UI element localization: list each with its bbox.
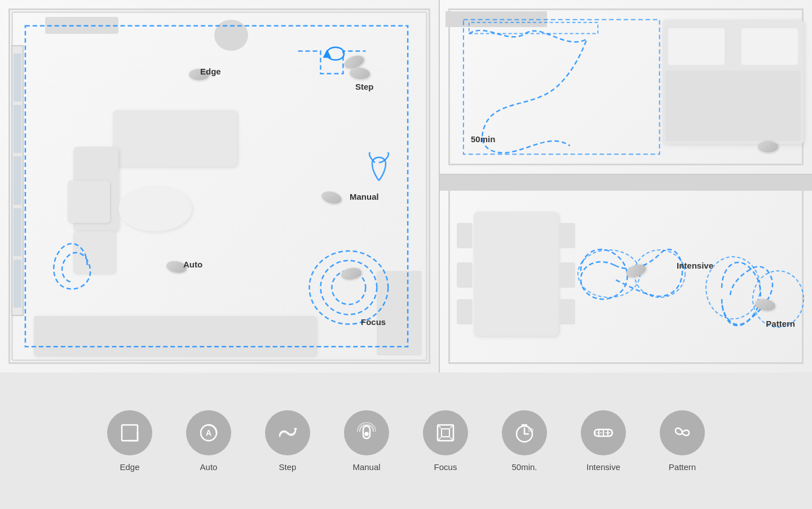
robot-step-2 xyxy=(349,67,370,80)
auto-icon[interactable]: A xyxy=(186,410,231,455)
rooms-area: Edge Auto Step Manual Focus xyxy=(0,0,812,372)
armchair-1 xyxy=(68,181,110,223)
svg-point-7 xyxy=(706,257,760,319)
room-right-bottom: Intensive Pattern xyxy=(440,175,812,372)
auto-label: Auto xyxy=(200,462,218,472)
step-label: Step xyxy=(279,462,297,472)
label-step: Step xyxy=(355,82,374,91)
robot-focus xyxy=(341,266,363,281)
room-right-top: 50min xyxy=(440,0,812,175)
label-50min: 50min xyxy=(471,134,495,144)
svg-point-13 xyxy=(365,432,368,435)
step-icon[interactable] xyxy=(265,410,310,455)
pattern-label: Pattern xyxy=(669,462,696,472)
room-left: Edge Auto Step Manual Focus xyxy=(0,0,440,372)
label-manual: Manual xyxy=(350,192,379,201)
icon-item-intensive[interactable]: Intensive xyxy=(581,410,626,472)
icon-item-step[interactable]: Step xyxy=(265,410,310,472)
svg-text:A: A xyxy=(206,428,211,437)
icon-item-focus[interactable]: Focus xyxy=(423,410,468,472)
ac-unit xyxy=(45,17,118,34)
timer-label: 50min. xyxy=(511,462,537,472)
icon-item-50min[interactable]: 50 50min. xyxy=(502,410,547,472)
focus-label: Focus xyxy=(434,462,457,472)
label-pattern: Pattern xyxy=(766,319,795,328)
intensive-icon[interactable] xyxy=(581,410,626,455)
focus-icon[interactable] xyxy=(423,410,468,455)
robot-manual xyxy=(320,190,343,206)
paths-bedroom xyxy=(440,0,812,174)
icon-item-manual[interactable]: Manual xyxy=(344,410,389,472)
icon-item-pattern[interactable]: Pattern xyxy=(660,410,705,472)
edge-icon[interactable] xyxy=(107,410,152,455)
edge-label: Edge xyxy=(120,462,139,472)
plant xyxy=(214,20,248,51)
window-left xyxy=(11,45,24,316)
manual-label: Manual xyxy=(352,462,380,472)
icons-bar: Edge A Auto Step xyxy=(0,372,812,509)
counter-bottom xyxy=(34,316,316,356)
sofa-main xyxy=(113,110,237,166)
counter-right xyxy=(377,271,422,356)
label-focus: Focus xyxy=(361,317,386,327)
robot-50min xyxy=(758,141,778,152)
step-arrow xyxy=(321,40,350,68)
svg-rect-15 xyxy=(442,429,449,437)
manual-icon[interactable] xyxy=(344,410,389,455)
wifi-icon xyxy=(364,152,395,186)
label-intensive: Intensive xyxy=(677,261,713,270)
icon-item-auto[interactable]: A Auto xyxy=(186,410,231,472)
timer-icon[interactable]: 50 xyxy=(502,410,547,455)
main-container: Edge Auto Step Manual Focus xyxy=(0,0,812,509)
label-auto: Auto xyxy=(183,260,202,269)
pattern-icon[interactable] xyxy=(660,410,705,455)
coffee-table xyxy=(118,186,192,231)
icon-item-edge[interactable]: Edge xyxy=(107,410,152,472)
intensive-label: Intensive xyxy=(586,462,620,472)
label-edge: Edge xyxy=(200,67,221,76)
svg-text:50: 50 xyxy=(528,427,533,433)
armchair-2 xyxy=(73,231,116,274)
room-right: 50min xyxy=(440,0,812,372)
svg-rect-9 xyxy=(122,425,138,441)
